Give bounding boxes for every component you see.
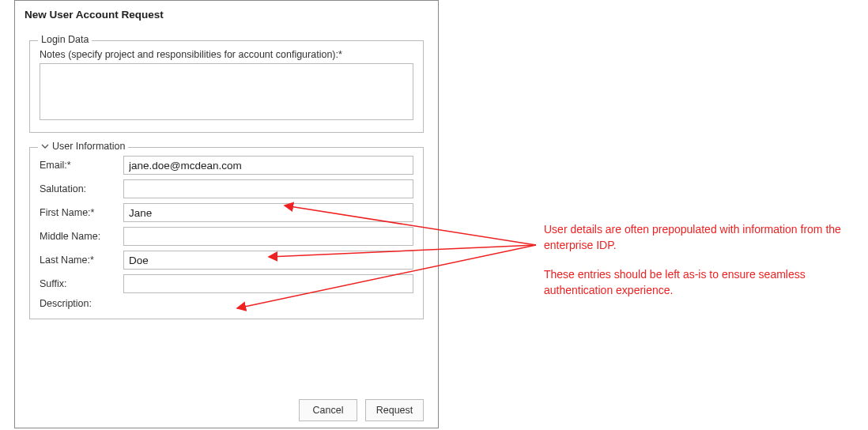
annotation-text: User details are often prepopulated with… xyxy=(544,221,844,311)
dialog-title: New User Account Request xyxy=(15,1,438,25)
middle-name-field[interactable] xyxy=(123,227,413,246)
label-salutation: Salutation: xyxy=(40,183,123,194)
email-field[interactable] xyxy=(123,156,413,175)
user-information-legend[interactable]: User Information xyxy=(38,141,128,152)
first-name-field[interactable] xyxy=(123,203,413,222)
user-information-legend-text: User Information xyxy=(52,141,125,152)
label-email: Email:* xyxy=(40,160,123,171)
annotation-para-2: These entries should be left as-is to en… xyxy=(544,266,844,299)
label-last-name: Last Name:* xyxy=(40,255,123,266)
last-name-field[interactable] xyxy=(123,251,413,270)
label-description: Description: xyxy=(40,298,413,309)
row-first-name: First Name:* xyxy=(40,203,413,222)
notes-textarea[interactable] xyxy=(40,63,413,120)
annotation-para-1: User details are often prepopulated with… xyxy=(544,221,844,254)
suffix-field[interactable] xyxy=(123,274,413,293)
dialog-footer: Cancel Request xyxy=(15,393,438,428)
row-middle-name: Middle Name: xyxy=(40,227,413,246)
label-middle-name: Middle Name: xyxy=(40,231,123,242)
request-button[interactable]: Request xyxy=(365,399,424,421)
row-last-name: Last Name:* xyxy=(40,251,413,270)
login-data-legend: Login Data xyxy=(38,34,92,45)
label-suffix: Suffix: xyxy=(40,278,123,289)
new-user-request-dialog: New User Account Request Login Data Note… xyxy=(14,0,439,428)
scroll-content-spacer xyxy=(23,319,430,367)
row-salutation: Salutation: xyxy=(40,179,413,198)
label-first-name: First Name:* xyxy=(40,207,123,218)
notes-label: Notes (specify project and responsibilit… xyxy=(40,49,413,60)
cancel-button[interactable]: Cancel xyxy=(299,399,357,421)
row-email: Email:* xyxy=(40,156,413,175)
user-information-panel: User Information Email:* Salutation: Fir… xyxy=(29,147,424,319)
login-data-panel: Login Data Notes (specify project and re… xyxy=(29,40,424,133)
salutation-field[interactable] xyxy=(123,179,413,198)
row-suffix: Suffix: xyxy=(40,274,413,293)
dialog-body[interactable]: Login Data Notes (specify project and re… xyxy=(23,26,433,393)
chevron-down-icon xyxy=(41,142,49,150)
